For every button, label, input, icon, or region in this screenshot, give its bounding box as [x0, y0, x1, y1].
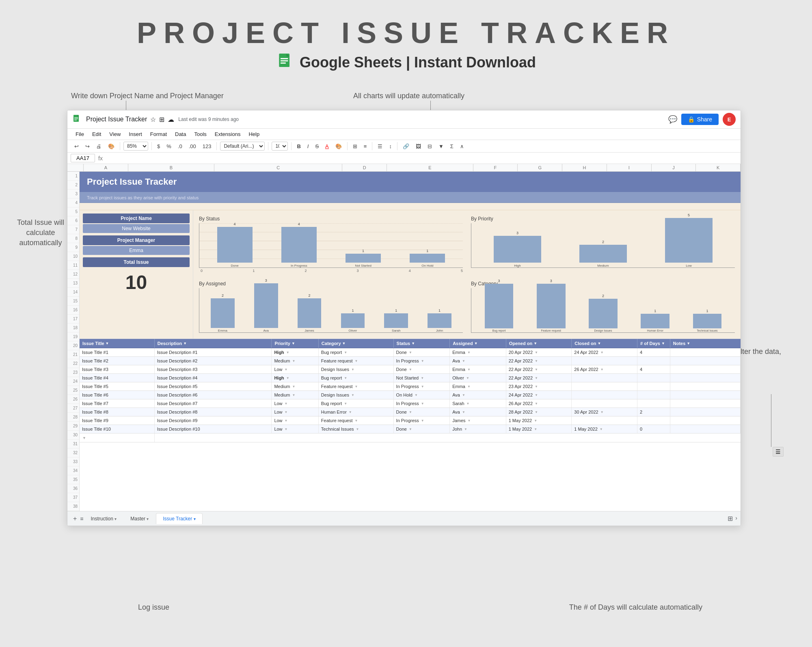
dropdown-arrow[interactable]: ▼	[355, 419, 358, 423]
dropdown-arrow[interactable]: ▼	[466, 402, 470, 405]
dropdown-arrow[interactable]: ▼	[344, 376, 347, 380]
dropdown-arrow[interactable]: ▼	[466, 376, 469, 380]
table-cell	[572, 382, 637, 390]
dropdown-arrow[interactable]: ▼	[344, 402, 347, 405]
dropdown-arrow[interactable]: ▼	[285, 402, 288, 405]
dropdown-arrow[interactable]: ▼	[409, 427, 412, 431]
dropdown-arrow[interactable]: ▼	[292, 393, 296, 397]
dropdown-arrow[interactable]: ▼	[462, 393, 465, 397]
dropdown-arrow[interactable]: ▼	[409, 351, 412, 354]
dropdown-arrow[interactable]: ▼	[356, 427, 359, 431]
add-to-spreadsheet-button[interactable]: ⊞	[728, 515, 733, 522]
dropdown-arrow[interactable]: ▼	[355, 385, 358, 388]
menu-extensions[interactable]: Extensions	[212, 129, 244, 139]
dropdown-arrow[interactable]: ▼	[415, 393, 418, 397]
tab-issue-tracker[interactable]: Issue Tracker ▾	[156, 513, 202, 524]
bar-oliver: 1 Oliver	[331, 308, 374, 332]
font-select[interactable]: Default (Ari...)	[220, 142, 265, 151]
dropdown-arrow[interactable]: ▼	[535, 376, 538, 380]
menu-insert[interactable]: Insert	[125, 129, 145, 139]
italic-button[interactable]: I	[305, 142, 311, 150]
dropdown-arrow[interactable]: ▼	[355, 359, 358, 363]
dropdown-arrow[interactable]: ▼	[421, 376, 424, 380]
scroll-right-button[interactable]: ›	[735, 515, 737, 522]
comments-icon[interactable]: 💬	[668, 115, 677, 124]
dropdown-arrow[interactable]: ▼	[467, 351, 471, 354]
menu-help[interactable]: Help	[245, 129, 263, 139]
dropdown-arrow[interactable]: ▼	[535, 402, 538, 405]
dropdown-arrow[interactable]: ▼	[467, 368, 471, 371]
table-cell: Issue Title #5	[80, 382, 155, 390]
page-subtitle: Google Sheets | Instant Download	[0, 54, 812, 71]
dropdown-arrow[interactable]: ▼	[285, 410, 288, 414]
dropdown-arrow[interactable]: ▼	[535, 359, 538, 363]
dropdown-arrow[interactable]: ▼	[285, 427, 288, 431]
dropdown-arrow[interactable]: ▼	[535, 351, 538, 354]
sort-annotation-line	[771, 394, 771, 447]
dropdown-arrow[interactable]: ▼	[421, 385, 424, 388]
dropdown-arrow[interactable]: ▼	[462, 410, 465, 414]
dropdown-arrow[interactable]: ▼	[349, 410, 352, 414]
table-row: Issue Title #7Issue Description #7Low▼Bu…	[80, 399, 741, 408]
sheet-tabs: + ≡ Instruction ▾ Master ▾ Issue Tracker…	[67, 511, 741, 526]
category-chart-bars: 3 Bug report 3 Feature request	[471, 288, 735, 333]
dropdown-arrow[interactable]: ▼	[351, 368, 354, 371]
dropdown-arrow[interactable]: ▼	[286, 351, 289, 354]
cell-reference[interactable]	[71, 154, 95, 162]
dropdown-arrow[interactable]: ▼	[535, 385, 538, 388]
share-button[interactable]: 🔒 Share	[681, 114, 719, 125]
print-button[interactable]: 🖨	[94, 142, 104, 150]
menu-tools[interactable]: Tools	[191, 129, 209, 139]
font-size-select[interactable]: 10	[272, 142, 288, 151]
dropdown-arrow[interactable]: ▼	[421, 359, 424, 363]
zoom-select[interactable]: 85%100%	[123, 142, 148, 151]
table-cell: 1 May 2022▼	[506, 416, 572, 425]
strikethrough-button[interactable]: S	[313, 142, 321, 150]
menu-format[interactable]: Format	[147, 129, 170, 139]
dropdown-arrow[interactable]: ▼	[600, 410, 604, 414]
menu-data[interactable]: Data	[172, 129, 189, 139]
undo-button[interactable]: ↩	[72, 142, 81, 150]
tab-master[interactable]: Master ▾	[124, 513, 155, 524]
tab-instruction[interactable]: Instruction ▾	[84, 513, 123, 524]
dropdown-arrow[interactable]: ▼	[285, 419, 288, 423]
last-edit: Last edit was 9 minutes ago	[178, 116, 239, 122]
dropdown-arrow[interactable]: ▼	[286, 376, 289, 380]
dropdown-arrow[interactable]: ▼	[462, 359, 465, 363]
menu-file[interactable]: File	[72, 129, 87, 139]
dropdown-arrow[interactable]: ▼	[535, 393, 538, 397]
formula-input[interactable]	[106, 155, 737, 161]
dropdown-arrow[interactable]: ▼	[421, 419, 424, 423]
add-sheet-button[interactable]: +	[71, 513, 79, 525]
dropdown-arrow[interactable]: ▼	[344, 351, 347, 354]
table-cell: 30 Apr 2022▼	[572, 408, 637, 416]
dropdown-arrow[interactable]: ▼	[534, 427, 537, 431]
dropdown-arrow[interactable]: ▼	[351, 393, 354, 397]
dropdown-arrow[interactable]: ▼	[292, 385, 296, 388]
dropdown-arrow[interactable]: ▼	[534, 419, 537, 423]
menu-edit[interactable]: Edit	[89, 129, 104, 139]
tab-hamburger[interactable]: ≡	[80, 515, 83, 522]
dropdown-arrow[interactable]: ▼	[292, 359, 296, 363]
table-cell: 24 Apr 2022▼	[572, 348, 637, 356]
dropdown-arrow[interactable]: ▼	[600, 427, 603, 431]
paint-format-button[interactable]: 🎨	[106, 142, 117, 150]
dropdown-arrow[interactable]: ▼	[468, 419, 471, 423]
dropdown-arrow[interactable]: ▼	[535, 410, 538, 414]
table-cell: Issue Description #10	[155, 425, 272, 433]
dropdown-arrow[interactable]: ▼	[285, 368, 288, 371]
dropdown-arrow[interactable]: ▼	[421, 402, 424, 405]
dropdown-arrow[interactable]: ▼	[600, 368, 604, 371]
menu-view[interactable]: View	[106, 129, 124, 139]
dropdown-arrow[interactable]: ▼	[467, 385, 471, 388]
dropdown-arrow[interactable]: ▼	[464, 427, 467, 431]
bar-technicalissues: 1 Technical Issues	[681, 309, 733, 332]
bold-button[interactable]: B	[295, 142, 302, 150]
dropdown-arrow[interactable]: ▼	[409, 410, 412, 414]
dropdown-arrow[interactable]: ▼	[535, 368, 538, 371]
dropdown-arrow[interactable]: ▼	[600, 351, 604, 354]
table-cell: Done▼	[394, 348, 450, 356]
redo-button[interactable]: ↪	[83, 142, 92, 150]
dropdown-arrow[interactable]: ▼	[409, 368, 412, 371]
text-color-button[interactable]: A	[323, 142, 331, 150]
